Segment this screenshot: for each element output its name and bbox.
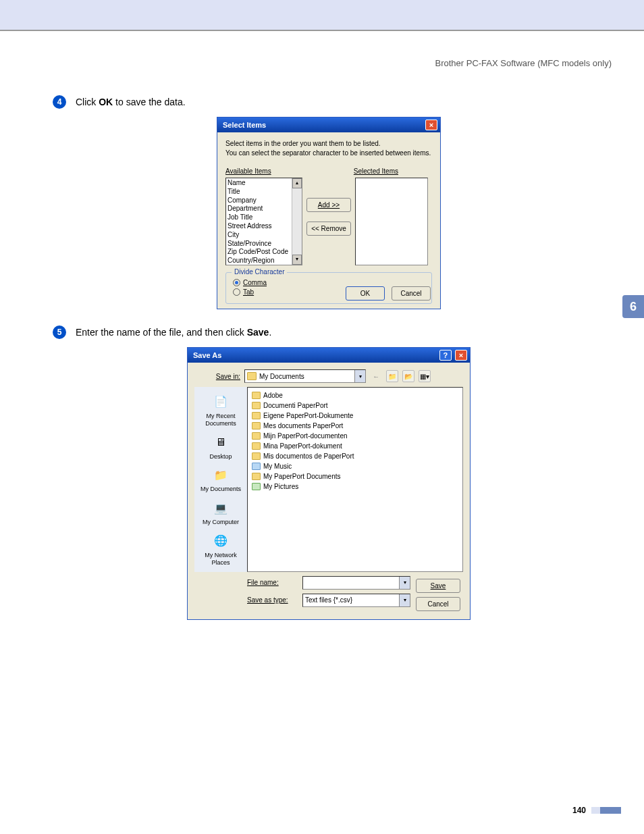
chevron-down-icon[interactable]: ▾ — [399, 577, 410, 589]
dialog-title: Save As — [193, 351, 221, 359]
radio-label: Comma — [243, 279, 267, 286]
help-icon[interactable]: ? — [439, 350, 452, 361]
dialog-titlebar: Select Items × — [217, 118, 440, 132]
list-item[interactable]: State/Province — [227, 240, 300, 249]
save-in-combobox[interactable]: My Documents ▾ — [244, 369, 366, 383]
top-color-band — [0, 0, 644, 31]
list-item[interactable]: Street Address — [227, 222, 300, 231]
place-icon: 📁 — [211, 465, 231, 484]
combobox-value: My Documents — [259, 373, 304, 380]
places-item[interactable]: 🌐My Network Places — [194, 529, 247, 569]
t: Select items in the order you want them … — [225, 139, 432, 149]
folder-icon — [252, 422, 261, 429]
file-item[interactable]: Mijn PaperPort-documenten — [252, 431, 458, 441]
footer-decoration — [591, 807, 621, 814]
file-item[interactable]: Mis documentos de PaperPort — [252, 451, 458, 461]
close-icon[interactable]: × — [425, 120, 437, 130]
group-legend: Divide Character — [232, 268, 287, 276]
file-name: Mijn PaperPort-documenten — [263, 432, 348, 440]
file-item[interactable]: Adobe — [252, 390, 458, 400]
save-button[interactable]: Save — [416, 579, 460, 593]
place-label: My Documents — [196, 486, 246, 493]
save-as-type-combobox[interactable]: Text files {*.csv} ▾ — [302, 594, 410, 607]
places-item[interactable]: 📄My Recent Documents — [194, 390, 247, 430]
list-item[interactable]: Company — [227, 197, 300, 205]
file-item[interactable]: Eigene PaperPort-Dokumente — [252, 411, 458, 421]
up-folder-icon[interactable]: 📁 — [386, 370, 398, 382]
divide-character-group: Divide Character Comma Tab — [225, 272, 432, 304]
add-button[interactable]: Add >> — [306, 198, 351, 212]
radio-icon — [233, 288, 240, 296]
list-item[interactable]: Zip Code/Post Code — [227, 248, 300, 257]
back-icon[interactable]: ← — [370, 370, 382, 382]
places-item[interactable]: 💻My Computer — [194, 496, 247, 529]
t: You can select the separator character t… — [225, 149, 432, 158]
list-item[interactable]: Title — [227, 188, 300, 197]
scroll-up-icon[interactable]: ▴ — [292, 178, 302, 188]
scrollbar[interactable]: ▴ ▾ — [292, 178, 302, 265]
file-list[interactable]: AdobeDocumenti PaperPortEigene PaperPort… — [247, 387, 463, 572]
list-item[interactable]: Country/Region — [227, 257, 300, 265]
file-item[interactable]: Mina PaperPort-dokument — [252, 441, 458, 451]
list-item[interactable]: Department — [227, 205, 300, 213]
available-items-listbox[interactable]: NameTitleCompanyDepartmentJob TitleStree… — [225, 178, 302, 265]
places-item[interactable]: 📁My Documents — [194, 463, 247, 496]
combobox-value: Text files {*.csv} — [305, 596, 352, 604]
chevron-down-icon[interactable]: ▾ — [399, 594, 410, 606]
file-name: Adobe — [263, 392, 283, 399]
file-item[interactable]: My Music — [252, 461, 458, 471]
places-item[interactable]: 🖥Desktop — [194, 430, 247, 463]
place-icon: 🌐 — [211, 531, 231, 550]
folder-icon — [252, 473, 261, 480]
t: . — [269, 327, 271, 338]
place-icon: 📄 — [211, 392, 231, 411]
place-icon: 🖥 — [211, 433, 231, 452]
place-label: My Recent Documents — [196, 413, 246, 427]
view-menu-icon[interactable]: ▦▾ — [419, 370, 431, 382]
place-label: Desktop — [196, 453, 246, 461]
file-name-label: File name: — [247, 579, 297, 586]
select-items-dialog: Select Items × Select items in the order… — [217, 117, 441, 309]
dialog-titlebar: Save As ? × — [188, 348, 470, 363]
step-bullet: 5 — [53, 325, 66, 339]
radio-label: Tab — [243, 288, 254, 296]
t-bold: Save — [247, 327, 269, 338]
file-item[interactable]: Mes documents PaperPort — [252, 421, 458, 431]
page-footer: 140 — [572, 806, 621, 815]
radio-icon — [233, 279, 240, 286]
available-items-label: Available Items — [225, 167, 271, 175]
t: Enter the name of the file, and then cli… — [76, 327, 247, 338]
selected-items-listbox[interactable] — [355, 178, 428, 265]
radio-comma[interactable]: Comma — [233, 279, 425, 286]
file-name-input[interactable]: ▾ — [302, 576, 410, 590]
chevron-down-icon[interactable]: ▾ — [354, 370, 365, 382]
folder-icon — [252, 452, 261, 460]
close-icon[interactable]: × — [455, 350, 467, 361]
file-item[interactable]: My PaperPort Documents — [252, 471, 458, 481]
remove-button[interactable]: << Remove — [306, 221, 351, 236]
place-label: My Network Places — [196, 552, 246, 567]
file-item[interactable]: Documenti PaperPort — [252, 400, 458, 411]
file-name: Mis documentos de PaperPort — [263, 452, 354, 460]
scroll-down-icon[interactable]: ▾ — [292, 255, 302, 265]
file-name: Documenti PaperPort — [263, 402, 328, 409]
place-label: My Computer — [196, 519, 246, 526]
save-as-type-label: Save as type: — [247, 596, 297, 604]
t: Click — [76, 97, 99, 107]
step-text: Click OK to save the data. — [76, 95, 186, 107]
step-bullet: 4 — [53, 95, 66, 109]
cancel-button[interactable]: Cancel — [416, 597, 460, 611]
list-item[interactable]: Job Title — [227, 213, 300, 222]
file-item[interactable]: My Pictures — [252, 481, 458, 492]
t: to save the data. — [113, 97, 185, 107]
running-header: Brother PC-FAX Software (MFC models only… — [53, 58, 612, 68]
file-name: Mes documents PaperPort — [263, 422, 343, 429]
folder-icon — [252, 463, 261, 470]
list-item[interactable]: City — [227, 231, 300, 240]
file-name: Eigene PaperPort-Dokumente — [263, 412, 353, 419]
list-item[interactable]: Name — [227, 179, 300, 188]
folder-icon — [247, 372, 257, 380]
radio-tab[interactable]: Tab — [233, 288, 425, 296]
folder-icon — [252, 483, 261, 490]
new-folder-icon[interactable]: 📂 — [402, 370, 414, 382]
